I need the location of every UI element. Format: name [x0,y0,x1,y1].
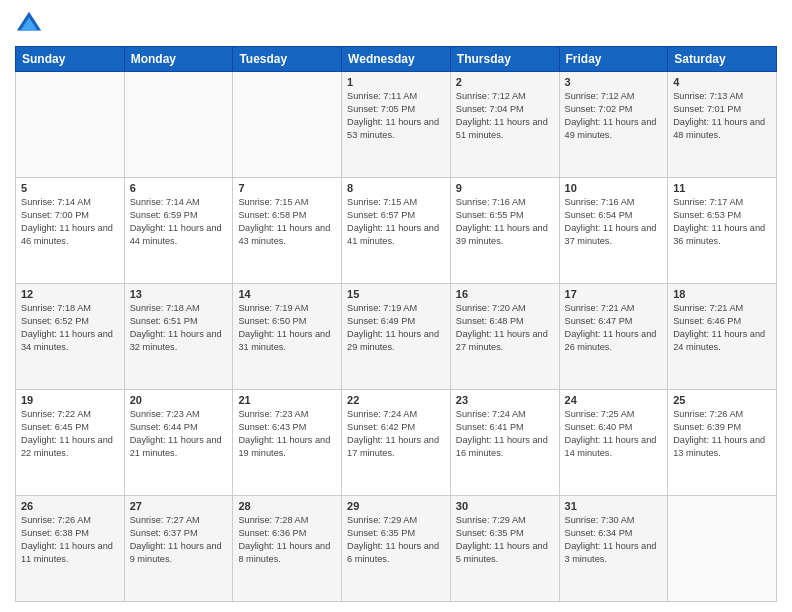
day-number: 23 [456,394,554,406]
day-cell: 11Sunrise: 7:17 AM Sunset: 6:53 PM Dayli… [668,178,777,284]
day-info: Sunrise: 7:25 AM Sunset: 6:40 PM Dayligh… [565,408,663,460]
weekday-monday: Monday [124,47,233,72]
day-info: Sunrise: 7:18 AM Sunset: 6:52 PM Dayligh… [21,302,119,354]
day-cell: 4Sunrise: 7:13 AM Sunset: 7:01 PM Daylig… [668,72,777,178]
day-cell: 23Sunrise: 7:24 AM Sunset: 6:41 PM Dayli… [450,390,559,496]
day-cell: 1Sunrise: 7:11 AM Sunset: 7:05 PM Daylig… [342,72,451,178]
day-cell: 27Sunrise: 7:27 AM Sunset: 6:37 PM Dayli… [124,496,233,602]
day-cell [668,496,777,602]
week-row-1: 1Sunrise: 7:11 AM Sunset: 7:05 PM Daylig… [16,72,777,178]
page: SundayMondayTuesdayWednesdayThursdayFrid… [0,0,792,612]
day-info: Sunrise: 7:27 AM Sunset: 6:37 PM Dayligh… [130,514,228,566]
day-info: Sunrise: 7:19 AM Sunset: 6:49 PM Dayligh… [347,302,445,354]
day-info: Sunrise: 7:12 AM Sunset: 7:02 PM Dayligh… [565,90,663,142]
day-number: 7 [238,182,336,194]
day-cell: 19Sunrise: 7:22 AM Sunset: 6:45 PM Dayli… [16,390,125,496]
day-info: Sunrise: 7:29 AM Sunset: 6:35 PM Dayligh… [347,514,445,566]
day-info: Sunrise: 7:21 AM Sunset: 6:47 PM Dayligh… [565,302,663,354]
day-info: Sunrise: 7:26 AM Sunset: 6:39 PM Dayligh… [673,408,771,460]
day-info: Sunrise: 7:11 AM Sunset: 7:05 PM Dayligh… [347,90,445,142]
day-info: Sunrise: 7:23 AM Sunset: 6:44 PM Dayligh… [130,408,228,460]
day-cell: 22Sunrise: 7:24 AM Sunset: 6:42 PM Dayli… [342,390,451,496]
day-info: Sunrise: 7:13 AM Sunset: 7:01 PM Dayligh… [673,90,771,142]
day-number: 11 [673,182,771,194]
day-number: 1 [347,76,445,88]
day-cell [16,72,125,178]
day-number: 15 [347,288,445,300]
day-info: Sunrise: 7:17 AM Sunset: 6:53 PM Dayligh… [673,196,771,248]
day-cell: 9Sunrise: 7:16 AM Sunset: 6:55 PM Daylig… [450,178,559,284]
day-cell: 31Sunrise: 7:30 AM Sunset: 6:34 PM Dayli… [559,496,668,602]
day-number: 14 [238,288,336,300]
weekday-wednesday: Wednesday [342,47,451,72]
calendar-table: SundayMondayTuesdayWednesdayThursdayFrid… [15,46,777,602]
day-number: 27 [130,500,228,512]
week-row-5: 26Sunrise: 7:26 AM Sunset: 6:38 PM Dayli… [16,496,777,602]
week-row-3: 12Sunrise: 7:18 AM Sunset: 6:52 PM Dayli… [16,284,777,390]
day-cell: 25Sunrise: 7:26 AM Sunset: 6:39 PM Dayli… [668,390,777,496]
day-number: 2 [456,76,554,88]
day-number: 4 [673,76,771,88]
day-info: Sunrise: 7:20 AM Sunset: 6:48 PM Dayligh… [456,302,554,354]
day-info: Sunrise: 7:22 AM Sunset: 6:45 PM Dayligh… [21,408,119,460]
day-cell: 3Sunrise: 7:12 AM Sunset: 7:02 PM Daylig… [559,72,668,178]
day-number: 21 [238,394,336,406]
day-info: Sunrise: 7:24 AM Sunset: 6:42 PM Dayligh… [347,408,445,460]
day-info: Sunrise: 7:29 AM Sunset: 6:35 PM Dayligh… [456,514,554,566]
day-number: 5 [21,182,119,194]
day-number: 18 [673,288,771,300]
logo-icon [15,10,43,38]
day-number: 28 [238,500,336,512]
day-cell: 29Sunrise: 7:29 AM Sunset: 6:35 PM Dayli… [342,496,451,602]
logo [15,10,47,38]
day-cell: 20Sunrise: 7:23 AM Sunset: 6:44 PM Dayli… [124,390,233,496]
day-info: Sunrise: 7:18 AM Sunset: 6:51 PM Dayligh… [130,302,228,354]
day-info: Sunrise: 7:15 AM Sunset: 6:58 PM Dayligh… [238,196,336,248]
day-cell: 16Sunrise: 7:20 AM Sunset: 6:48 PM Dayli… [450,284,559,390]
day-cell: 7Sunrise: 7:15 AM Sunset: 6:58 PM Daylig… [233,178,342,284]
day-cell: 6Sunrise: 7:14 AM Sunset: 6:59 PM Daylig… [124,178,233,284]
day-cell: 2Sunrise: 7:12 AM Sunset: 7:04 PM Daylig… [450,72,559,178]
weekday-header-row: SundayMondayTuesdayWednesdayThursdayFrid… [16,47,777,72]
day-info: Sunrise: 7:30 AM Sunset: 6:34 PM Dayligh… [565,514,663,566]
weekday-friday: Friday [559,47,668,72]
day-info: Sunrise: 7:16 AM Sunset: 6:54 PM Dayligh… [565,196,663,248]
day-number: 29 [347,500,445,512]
day-number: 22 [347,394,445,406]
day-number: 3 [565,76,663,88]
day-cell: 21Sunrise: 7:23 AM Sunset: 6:43 PM Dayli… [233,390,342,496]
day-number: 13 [130,288,228,300]
day-number: 9 [456,182,554,194]
day-cell: 5Sunrise: 7:14 AM Sunset: 7:00 PM Daylig… [16,178,125,284]
day-cell: 26Sunrise: 7:26 AM Sunset: 6:38 PM Dayli… [16,496,125,602]
day-number: 25 [673,394,771,406]
day-number: 8 [347,182,445,194]
day-info: Sunrise: 7:14 AM Sunset: 6:59 PM Dayligh… [130,196,228,248]
day-number: 12 [21,288,119,300]
weekday-sunday: Sunday [16,47,125,72]
weekday-tuesday: Tuesday [233,47,342,72]
day-info: Sunrise: 7:24 AM Sunset: 6:41 PM Dayligh… [456,408,554,460]
header [15,10,777,38]
week-row-2: 5Sunrise: 7:14 AM Sunset: 7:00 PM Daylig… [16,178,777,284]
day-info: Sunrise: 7:15 AM Sunset: 6:57 PM Dayligh… [347,196,445,248]
weekday-thursday: Thursday [450,47,559,72]
day-cell: 28Sunrise: 7:28 AM Sunset: 6:36 PM Dayli… [233,496,342,602]
day-cell: 15Sunrise: 7:19 AM Sunset: 6:49 PM Dayli… [342,284,451,390]
day-info: Sunrise: 7:21 AM Sunset: 6:46 PM Dayligh… [673,302,771,354]
day-number: 17 [565,288,663,300]
weekday-saturday: Saturday [668,47,777,72]
day-cell: 14Sunrise: 7:19 AM Sunset: 6:50 PM Dayli… [233,284,342,390]
day-info: Sunrise: 7:28 AM Sunset: 6:36 PM Dayligh… [238,514,336,566]
day-info: Sunrise: 7:14 AM Sunset: 7:00 PM Dayligh… [21,196,119,248]
day-number: 6 [130,182,228,194]
day-number: 26 [21,500,119,512]
day-cell: 12Sunrise: 7:18 AM Sunset: 6:52 PM Dayli… [16,284,125,390]
day-cell: 18Sunrise: 7:21 AM Sunset: 6:46 PM Dayli… [668,284,777,390]
day-cell: 13Sunrise: 7:18 AM Sunset: 6:51 PM Dayli… [124,284,233,390]
day-number: 24 [565,394,663,406]
day-info: Sunrise: 7:12 AM Sunset: 7:04 PM Dayligh… [456,90,554,142]
day-info: Sunrise: 7:16 AM Sunset: 6:55 PM Dayligh… [456,196,554,248]
day-number: 16 [456,288,554,300]
day-cell: 24Sunrise: 7:25 AM Sunset: 6:40 PM Dayli… [559,390,668,496]
